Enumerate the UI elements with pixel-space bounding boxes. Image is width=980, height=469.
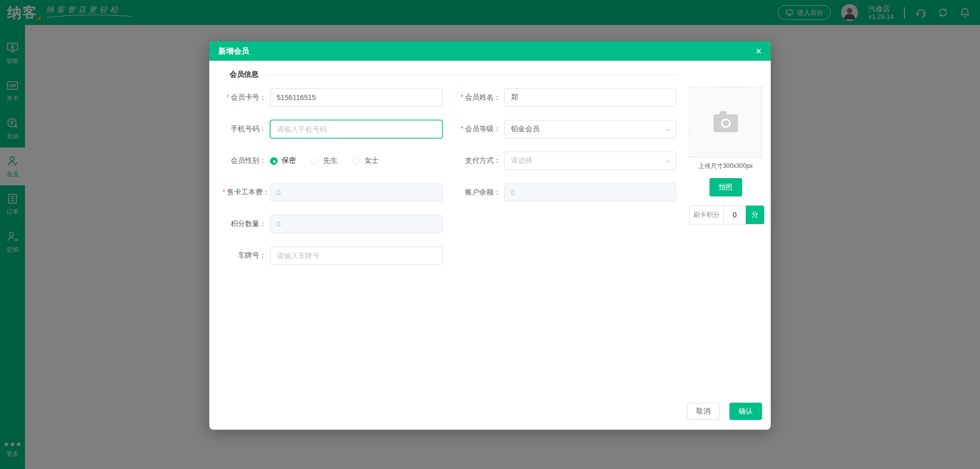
swipe-points-input[interactable] xyxy=(723,206,746,224)
section-head: 会员信息 xyxy=(223,70,676,79)
section-divider xyxy=(265,75,676,75)
photo-size-hint: 上传尺寸300x300px xyxy=(689,162,762,170)
phone-label: 手机号码： xyxy=(223,125,266,134)
radio-label: 女士 xyxy=(364,156,379,165)
payment-select[interactable]: 请选择 xyxy=(504,152,676,170)
field-phone: 手机号码： xyxy=(223,120,443,138)
close-icon[interactable]: × xyxy=(755,46,762,56)
cancel-button[interactable]: 取消 xyxy=(687,403,720,420)
phone-input[interactable] xyxy=(270,120,443,138)
gender-radio-ms[interactable]: 女士 xyxy=(353,156,379,165)
form-row: 车牌号： xyxy=(223,246,676,265)
member-level-select[interactable]: 铂金会员 xyxy=(504,120,676,138)
payment-placeholder: 请选择 xyxy=(511,156,532,165)
field-member-name: 会员姓名： xyxy=(443,88,676,107)
section-title: 会员信息 xyxy=(230,70,258,79)
form-row: 会员性别： 保密 先生 女士 支付方式： xyxy=(223,152,676,170)
radio-dot-icon xyxy=(353,157,360,165)
field-card-fee: 售卡工本费： xyxy=(223,183,443,202)
field-card-no: 会员卡号： xyxy=(223,88,443,107)
modal-footer: 取消 确认 xyxy=(687,403,762,420)
card-no-input[interactable] xyxy=(270,88,443,107)
swipe-points-group: 刷卡积分 分 xyxy=(689,205,765,225)
gender-radio-mr[interactable]: 先生 xyxy=(311,156,337,165)
radio-dot-icon xyxy=(270,157,278,165)
add-member-modal: 新增会员 × 会员信息 会员卡号： 会员姓名： xyxy=(209,41,771,430)
member-info-form: 会员信息 会员卡号： 会员姓名： 手机号码： xyxy=(223,70,676,265)
points-label: 积分数量： xyxy=(223,219,266,229)
form-row: 手机号码： 会员等级： 铂金会员 xyxy=(223,120,676,138)
radio-label: 保密 xyxy=(282,156,296,165)
field-member-level: 会员等级： 铂金会员 xyxy=(443,120,676,138)
swipe-points-unit-button[interactable]: 分 xyxy=(746,206,764,224)
card-no-label: 会员卡号： xyxy=(223,93,266,102)
camera-icon xyxy=(713,111,739,133)
field-gender: 会员性别： 保密 先生 女士 xyxy=(223,152,443,170)
form-row: 会员卡号： 会员姓名： xyxy=(223,88,676,107)
member-level-label: 会员等级： xyxy=(443,125,501,134)
radio-label: 先生 xyxy=(323,156,337,165)
balance-label: 账户余额： xyxy=(443,188,501,197)
field-payment: 支付方式： 请选择 xyxy=(443,152,676,170)
chevron-down-icon xyxy=(665,127,671,133)
photo-column: 上传尺寸300x300px 拍照 刷卡积分 分 xyxy=(689,87,762,225)
take-photo-button[interactable]: 拍照 xyxy=(709,178,742,196)
field-points: 积分数量： xyxy=(223,215,443,233)
plate-input[interactable] xyxy=(270,246,443,265)
swipe-points-label: 刷卡积分 xyxy=(690,206,723,224)
chevron-down-icon xyxy=(665,158,671,164)
field-plate: 车牌号： xyxy=(223,246,443,265)
gender-radio-secret[interactable]: 保密 xyxy=(270,156,296,165)
field-balance: 账户余额： xyxy=(443,183,676,202)
member-name-input[interactable] xyxy=(504,88,676,107)
member-level-value: 铂金会员 xyxy=(511,125,540,134)
modal-title: 新增会员 xyxy=(218,46,249,56)
payment-label: 支付方式： xyxy=(443,156,501,165)
form-row: 积分数量： xyxy=(223,215,676,233)
member-name-label: 会员姓名： xyxy=(443,93,501,102)
gender-label: 会员性别： xyxy=(223,156,266,165)
form-row: 售卡工本费： 账户余额： xyxy=(223,183,676,202)
card-fee-input[interactable] xyxy=(270,183,443,202)
card-fee-label: 售卡工本费： xyxy=(223,188,266,197)
radio-dot-icon xyxy=(311,157,319,165)
balance-input[interactable] xyxy=(504,183,676,202)
confirm-button[interactable]: 确认 xyxy=(729,403,762,420)
modal-header: 新增会员 × xyxy=(209,41,771,61)
points-input[interactable] xyxy=(270,215,443,233)
modal-body: 会员信息 会员卡号： 会员姓名： 手机号码： xyxy=(209,61,771,265)
photo-upload-box[interactable] xyxy=(689,87,762,157)
plate-label: 车牌号： xyxy=(223,251,266,260)
